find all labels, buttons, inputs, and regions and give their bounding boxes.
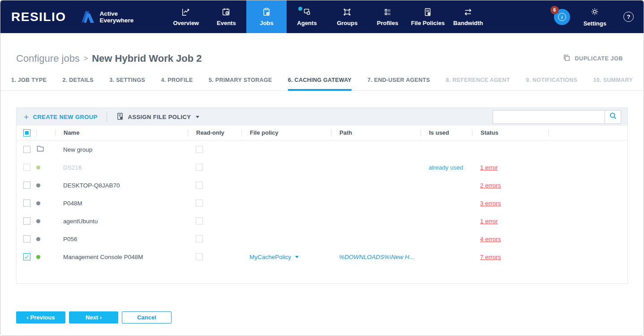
tab-summary: 10. SUMMARY xyxy=(593,72,633,91)
error-link[interactable]: 4 errors xyxy=(480,236,501,242)
row-select-checkbox[interactable] xyxy=(23,235,30,242)
nav-label: Profiles xyxy=(377,20,398,26)
table-toolbar: + CREATE NEW GROUP ASSIGN FILE POLICY xyxy=(17,108,627,126)
help-button[interactable]: ? xyxy=(623,12,634,22)
row-select-checkbox[interactable] xyxy=(23,200,30,207)
nav-item-bandwidth[interactable]: Bandwidth xyxy=(448,0,488,33)
readonly-checkbox[interactable] xyxy=(196,182,203,189)
row-select-checkbox[interactable] xyxy=(23,182,30,189)
breadcrumb-configure-jobs[interactable]: Configure jobs xyxy=(16,53,80,64)
main-nav: Overview Events Jobs Agents xyxy=(166,0,488,33)
search-button[interactable] xyxy=(605,110,621,124)
tab-primary-storage[interactable]: 5. PRIMARY STORAGE xyxy=(209,72,272,91)
active-everywhere-mark xyxy=(80,10,96,24)
nav-item-profiles[interactable]: Profiles xyxy=(367,0,408,33)
column-header-is-used[interactable]: Is used xyxy=(421,129,472,136)
cancel-button[interactable]: Cancel xyxy=(122,311,172,323)
nav-label: Agents xyxy=(297,20,317,26)
error-link[interactable]: 1 error xyxy=(480,218,498,225)
groups-icon xyxy=(342,7,352,17)
tab-profile[interactable]: 4. PROFILE xyxy=(161,72,193,91)
row-name: DESKTOP-Q8JAB70 xyxy=(55,176,188,194)
row-select-checkbox[interactable] xyxy=(23,253,30,260)
app-window: RESILIO Active Everywhere Overview xyxy=(0,0,644,336)
gear-icon xyxy=(590,7,600,18)
nav-label: Jobs xyxy=(260,20,273,26)
next-button[interactable]: Next › xyxy=(69,311,118,323)
column-header-status[interactable]: Status xyxy=(472,129,548,136)
readonly-checkbox[interactable] xyxy=(196,164,203,171)
nav-item-jobs[interactable]: Jobs xyxy=(246,0,287,33)
agents-icon xyxy=(302,7,312,17)
search-box xyxy=(493,110,621,124)
tab-notifications: 9. NOTIFICATIONS xyxy=(526,72,577,91)
nav-label: Overview xyxy=(173,20,199,26)
row-select-checkbox[interactable] xyxy=(23,217,30,225)
top-navbar: RESILIO Active Everywhere Overview xyxy=(0,0,644,33)
nav-label: File Policies xyxy=(411,20,445,26)
column-header-extra xyxy=(548,129,627,136)
is-used-label: already used xyxy=(429,164,463,171)
file-policy-icon xyxy=(116,112,124,122)
active-everywhere-logo: Active Everywhere xyxy=(80,10,134,24)
caching-gateway-panel: + CREATE NEW GROUP ASSIGN FILE POLICY xyxy=(16,107,628,284)
nav-item-groups[interactable]: Groups xyxy=(327,0,367,33)
assign-file-policy-dropdown[interactable]: ASSIGN FILE POLICY xyxy=(116,112,200,122)
select-all-checkbox[interactable] xyxy=(23,129,30,136)
plus-icon: + xyxy=(24,113,29,121)
readonly-checkbox[interactable] xyxy=(196,200,203,207)
error-link[interactable]: 2 errors xyxy=(480,182,501,189)
nav-item-agents[interactable]: Agents xyxy=(287,0,327,33)
nav-label: Settings xyxy=(584,20,606,27)
tab-reference-agent: 8. REFERENCE AGENT xyxy=(446,72,510,91)
column-header-readonly[interactable]: Read-only xyxy=(188,129,241,136)
path-link[interactable]: %DOWNLOADS%\New H... xyxy=(339,254,414,260)
breadcrumb-separator: > xyxy=(84,55,88,63)
tab-end-user-agents[interactable]: 7. END-USER AGENTS xyxy=(367,72,430,91)
file-policy-dropdown[interactable]: MyCachePolicy xyxy=(249,254,299,260)
readonly-checkbox[interactable] xyxy=(196,146,203,153)
agent-status-dot xyxy=(36,166,40,170)
duplicate-job-button[interactable]: DUPLICATE JOB xyxy=(563,54,623,63)
nav-item-overview[interactable]: Overview xyxy=(166,0,206,33)
active-everywhere-label: Active Everywhere xyxy=(100,10,134,24)
tab-caching-gateway[interactable]: 6. CACHING GATEWAY xyxy=(288,72,352,91)
row-name: New group xyxy=(55,140,188,158)
table-row-p056: P056 4 errors xyxy=(17,230,627,248)
nav-item-file-policies[interactable]: File Policies xyxy=(408,0,448,33)
search-icon xyxy=(609,112,617,122)
chevron-down-icon xyxy=(295,256,299,258)
overview-icon xyxy=(181,7,191,17)
row-name: DS216 xyxy=(55,158,188,176)
nav-item-events[interactable]: Events xyxy=(206,0,246,33)
column-header-path[interactable]: Path xyxy=(331,129,421,136)
error-link[interactable]: 1 error xyxy=(480,164,498,171)
tab-job-type[interactable]: 1. JOB TYPE xyxy=(11,72,47,91)
toolbar-divider xyxy=(107,111,107,122)
nav-item-settings[interactable]: Settings xyxy=(584,7,606,27)
column-header-file-policy[interactable]: File policy xyxy=(241,129,331,136)
tab-settings[interactable]: 3. SETTINGS xyxy=(109,72,145,91)
agent-status-dot xyxy=(36,201,40,205)
column-header-name[interactable]: Name xyxy=(55,129,188,136)
agent-status-dot xyxy=(36,219,40,223)
readonly-checkbox[interactable] xyxy=(196,217,203,225)
table-row-management-console-p048m: Management Console P048M MyCachePolicy %… xyxy=(17,248,627,266)
notifications-info-button[interactable]: 6 i xyxy=(554,9,570,25)
search-input[interactable] xyxy=(493,110,605,124)
readonly-checkbox[interactable] xyxy=(196,235,203,242)
error-link[interactable]: 7 errors xyxy=(480,254,501,260)
create-new-group-button[interactable]: + CREATE NEW GROUP xyxy=(24,113,98,121)
previous-button[interactable]: ‹ Previous xyxy=(16,311,65,323)
resilio-logo: RESILIO xyxy=(11,10,66,24)
row-select-checkbox[interactable] xyxy=(23,146,30,153)
row-name: P048M xyxy=(55,194,188,212)
readonly-checkbox[interactable] xyxy=(196,253,203,260)
row-select-checkbox xyxy=(23,164,30,171)
row-name: Management Console P048M xyxy=(55,248,188,266)
tab-details[interactable]: 2. DETAILS xyxy=(62,72,93,91)
error-link[interactable]: 3 errors xyxy=(480,200,501,207)
notification-count-badge: 6 xyxy=(550,6,559,14)
table-row-p048m: P048M 3 errors xyxy=(17,194,627,212)
wizard-steps: 1. JOB TYPE 2. DETAILS 3. SETTINGS 4. PR… xyxy=(0,72,644,91)
